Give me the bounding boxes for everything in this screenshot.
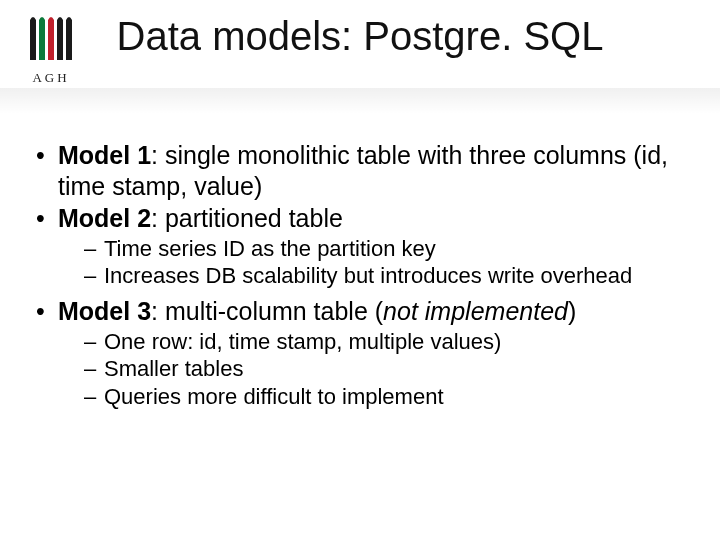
slide-body: Model 1: single monolithic table with th…: [34, 140, 700, 417]
bullet-model3: Model 3: multi-column table (not impleme…: [34, 296, 700, 411]
sub-m3-2: Smaller tables: [84, 356, 700, 383]
bullet-model1: Model 1: single monolithic table with th…: [34, 140, 700, 201]
sub-m3-3: Queries more difficult to implement: [84, 384, 700, 411]
slide-title: Data models: Postgre. SQL: [0, 14, 720, 59]
sub-m2-1: Time series ID as the partition key: [84, 236, 700, 263]
sub-m2-2: Increases DB scalability but introduces …: [84, 263, 700, 290]
sub-m3-1: One row: id, time stamp, multiple values…: [84, 329, 700, 356]
logo-text: AGH: [20, 70, 82, 86]
title-underline: [0, 88, 720, 114]
bullet-model2: Model 2: partitioned table Time series I…: [34, 203, 700, 290]
